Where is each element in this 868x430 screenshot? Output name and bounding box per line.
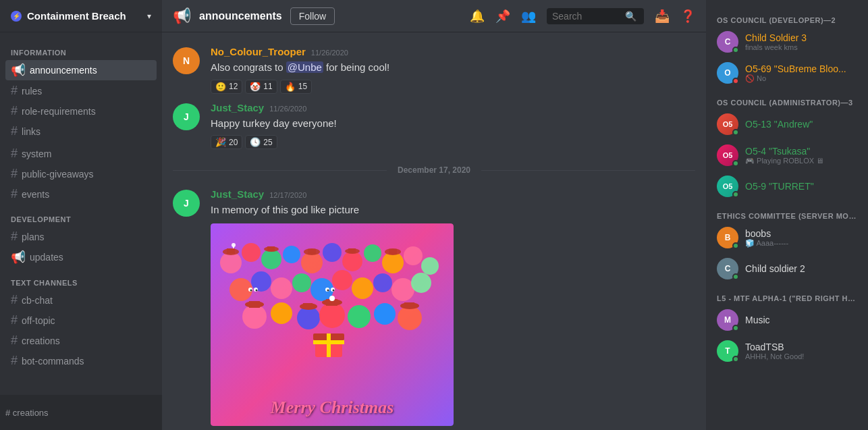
svg-rect-41: [249, 301, 260, 308]
date-divider: December 17, 2020: [162, 155, 706, 186]
members-section-label: ETHICS COMMITTEE (SERVER MOD)...: [711, 207, 863, 223]
sidebar-item-label: cb-chat: [22, 295, 53, 306]
inbox-icon[interactable]: 📥: [655, 9, 670, 24]
follow-button[interactable]: Follow: [290, 7, 335, 25]
hash-icon: #: [11, 333, 18, 348]
server-header[interactable]: ⚡ Containment Breach ▾: [0, 0, 162, 32]
reaction[interactable]: 🕓 25: [245, 135, 277, 149]
member-status: AHHH, Not Good!: [745, 352, 857, 360]
status-dot: [732, 356, 739, 362]
crowd-art: [211, 229, 454, 364]
sidebar-item-label: plans: [22, 232, 44, 242]
reaction[interactable]: 🎉 20: [211, 135, 242, 149]
member-item[interactable]: C Child Soldier 3 finals week kms: [711, 27, 863, 57]
reaction-emoji: 🙂: [215, 82, 226, 92]
sidebar-item-label: rules: [22, 86, 42, 97]
sidebar-item-creations[interactable]: # creations: [5, 331, 157, 350]
svg-point-16: [332, 270, 352, 290]
member-avatar-wrap: O5: [717, 176, 738, 197]
members-section-label: L5 - MTF ALPHA-1 ("RED RIGHT HAN...: [711, 289, 863, 305]
sidebar-item-label: updates: [30, 252, 63, 263]
svg-point-7: [364, 244, 381, 262]
sidebar-item-role-requirements[interactable]: # role-requirements: [5, 101, 157, 121]
member-item[interactable]: O O5-69 "SuBreme Bloo... 🚫 No: [711, 58, 863, 88]
message-header: Just_Stacy 12/17/2020: [211, 188, 695, 200]
sidebar-item-plans[interactable]: # plans: [5, 227, 157, 246]
message-timestamp: 11/26/2020: [311, 49, 348, 57]
server-name: Containment Breach: [27, 10, 126, 22]
sidebar-item-events[interactable]: # events: [5, 184, 157, 204]
sidebar-item-label: system: [22, 149, 51, 159]
reaction-emoji: 🎉: [215, 137, 226, 147]
sidebar-item-links[interactable]: # links: [5, 122, 157, 141]
message-row: J Just_Stacy 12/17/2020 In memory of thi…: [162, 186, 706, 430]
sidebar-item-label: creations: [22, 335, 60, 346]
svg-point-2: [261, 249, 281, 269]
reactions: 🎉 20 🕓 25: [211, 135, 695, 149]
reaction-count: 25: [263, 138, 272, 147]
reaction-emoji: 🤡: [250, 82, 261, 92]
server-dropdown-icon: ▾: [147, 11, 151, 21]
messages-area: N No_Colour_Trooper 11/26/2020 Also cong…: [162, 32, 706, 430]
svg-point-14: [292, 273, 311, 292]
sidebar-item-label: bot-commands: [22, 356, 84, 367]
reaction[interactable]: 🙂 12: [211, 80, 242, 94]
member-info: O5-4 "Tsukasa" 🎮 Playing ROBLOX 🖥: [745, 146, 857, 165]
search-box[interactable]: 🔍: [547, 8, 644, 24]
header-icons: 🔔 📌 👥 🔍 📥 ❓: [470, 8, 695, 24]
reaction[interactable]: 🤡 11: [245, 80, 277, 94]
member-item[interactable]: B boobs 🧊 Aaaa------: [711, 223, 863, 252]
sidebar-item-label: events: [22, 189, 49, 200]
status-dot: [732, 129, 739, 136]
sidebar-item-updates[interactable]: 📢 updates: [5, 247, 157, 267]
sidebar-item-system[interactable]: # system: [5, 144, 157, 163]
reaction-count: 11: [263, 82, 272, 91]
sidebar-item-bot-commands[interactable]: # bot-commands: [5, 351, 157, 371]
svg-rect-43: [303, 303, 313, 309]
svg-rect-30: [348, 248, 356, 253]
sidebar-item-rules[interactable]: # rules: [5, 81, 157, 101]
member-name: O5-13 "Andrew": [745, 119, 857, 130]
sidebar-item-announcements[interactable]: 📢 announcements: [5, 60, 157, 80]
svg-point-24: [232, 243, 236, 247]
svg-rect-48: [404, 302, 414, 308]
sidebar-item-off-topic[interactable]: # off-topic: [5, 311, 157, 330]
member-item[interactable]: O5 O5-13 "Andrew": [711, 109, 863, 139]
reaction[interactable]: 🔥 15: [280, 80, 312, 94]
message-text: In memory of this god like picture: [211, 203, 695, 218]
bell-icon[interactable]: 🔔: [470, 9, 485, 24]
sidebar-item-cb-chat[interactable]: # cb-chat: [5, 290, 157, 310]
christmas-image: Merry Christmas: [211, 223, 454, 426]
svg-point-36: [319, 302, 345, 328]
sidebar-item-public-giveaways[interactable]: # public-giveaways: [5, 164, 157, 184]
search-input[interactable]: [552, 11, 620, 22]
message-timestamp: 11/26/2020: [269, 105, 306, 113]
member-item[interactable]: M Music: [711, 305, 863, 335]
sidebar-channels: INFORMATION 📢 announcements # rules # ro…: [0, 32, 162, 395]
member-item[interactable]: O5 O5-4 "Tsukasa" 🎮 Playing ROBLOX 🖥: [711, 140, 863, 170]
announcement-icon: 📢: [11, 63, 26, 78]
svg-point-17: [352, 277, 373, 299]
svg-rect-59: [327, 333, 331, 357]
help-icon[interactable]: ❓: [680, 9, 695, 24]
svg-point-18: [373, 273, 392, 292]
hash-icon: #: [11, 84, 18, 98]
reaction-count: 12: [229, 82, 238, 91]
avatar: J: [173, 190, 200, 217]
christmas-text: Merry Christmas: [271, 398, 394, 418]
members-icon[interactable]: 👥: [521, 9, 536, 24]
message-header: No_Colour_Trooper 11/26/2020: [211, 46, 695, 57]
server-icon: ⚡: [11, 11, 22, 22]
svg-point-10: [421, 257, 439, 275]
member-item[interactable]: T ToadTSB AHHH, Not Good!: [711, 336, 863, 366]
members-section-label: OS COUNCIL (DEVELOPER)—2: [711, 11, 863, 27]
server-header-left: ⚡ Containment Breach: [11, 10, 126, 22]
pin-icon[interactable]: 📌: [495, 9, 510, 24]
member-item[interactable]: C Child soldier 2: [711, 254, 863, 284]
member-item[interactable]: O5 O5-9 "TURRET": [711, 171, 863, 201]
svg-point-20: [411, 273, 431, 293]
date-divider-text: December 17, 2020: [398, 165, 470, 175]
image-attachment: Merry Christmas: [211, 223, 454, 426]
svg-point-39: [398, 306, 422, 330]
date-divider-line: [173, 170, 387, 171]
